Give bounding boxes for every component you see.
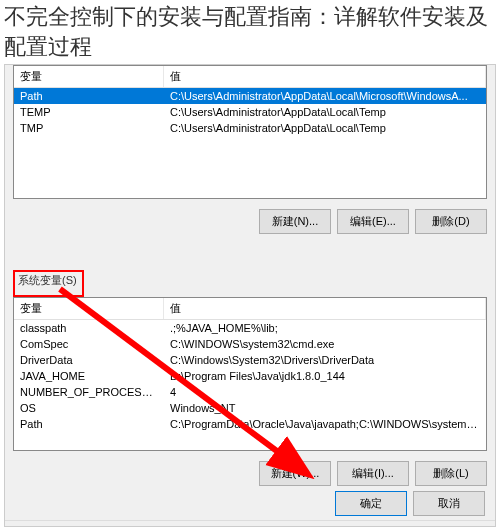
table-row[interactable]: OS Windows_NT [14,400,486,416]
sys-vars-button-row: 新建(W)... 编辑(I)... 删除(L) [13,451,487,486]
edit-user-var-button[interactable]: 编辑(E)... [337,209,409,234]
user-vars-header-row: 变量 值 [14,66,486,88]
cell-var-name: OS [14,400,164,416]
env-vars-dialog: 变量 值 Path C:\Users\Administrator\AppData… [4,64,496,527]
table-row[interactable]: ComSpec C:\WINDOWS\system32\cmd.exe [14,336,486,352]
edit-sys-var-button[interactable]: 编辑(I)... [337,461,409,486]
cell-var-name: Path [14,416,164,432]
table-row[interactable]: TMP C:\Users\Administrator\AppData\Local… [14,120,486,136]
sys-vars-header-row: 变量 值 [14,298,486,320]
sys-vars-table[interactable]: 变量 值 classpath .;%JAVA_HOME%\lib; ComSpe… [13,297,487,451]
column-header-value[interactable]: 值 [164,66,486,87]
cell-var-value: Windows_NT [164,400,486,416]
cell-var-value: C:\Windows\System32\Drivers\DriverData [164,352,486,368]
cell-var-value: C:\WINDOWS\system32\cmd.exe [164,336,486,352]
new-sys-var-button[interactable]: 新建(W)... [259,461,331,486]
cell-var-value: C:\Users\Administrator\AppData\Local\Tem… [164,104,486,120]
ok-button[interactable]: 确定 [335,491,407,516]
delete-sys-var-button[interactable]: 删除(L) [415,461,487,486]
cell-var-name: JAVA_HOME [14,368,164,384]
table-row[interactable]: classpath .;%JAVA_HOME%\lib; [14,320,486,336]
dialog-button-row: 确定 取消 [335,491,485,516]
annotation-highlight-box: 系统变量(S) [13,270,84,297]
new-user-var-button[interactable]: 新建(N)... [259,209,331,234]
column-header-name[interactable]: 变量 [14,298,164,319]
sys-vars-group-label: 系统变量(S) [14,272,81,289]
article-title: 不完全控制下的安装与配置指南：详解软件安装及配置过程 [0,0,500,63]
cell-var-name: NUMBER_OF_PROCESSORS [14,384,164,400]
sys-vars-panel: 系统变量(S) 变量 值 classpath .;%JAVA_HOME%\lib… [13,270,487,512]
cell-var-name: TMP [14,120,164,136]
user-vars-panel: 变量 值 Path C:\Users\Administrator\AppData… [13,65,487,265]
table-row[interactable]: Path C:\ProgramData\Oracle\Java\javapath… [14,416,486,432]
table-row[interactable]: DriverData C:\Windows\System32\Drivers\D… [14,352,486,368]
column-header-name[interactable]: 变量 [14,66,164,87]
cell-var-value: C:\Users\Administrator\AppData\Local\Mic… [164,88,486,104]
cell-var-value: C:\ProgramData\Oracle\Java\javapath;C:\W… [164,416,486,432]
table-row[interactable]: TEMP C:\Users\Administrator\AppData\Loca… [14,104,486,120]
table-row[interactable]: Path C:\Users\Administrator\AppData\Loca… [14,88,486,104]
cell-var-name: classpath [14,320,164,336]
cell-var-name: DriverData [14,352,164,368]
cancel-button[interactable]: 取消 [413,491,485,516]
cell-var-value: C:\Users\Administrator\AppData\Local\Tem… [164,120,486,136]
cell-var-value: .;%JAVA_HOME%\lib; [164,320,486,336]
column-header-value[interactable]: 值 [164,298,486,319]
cell-var-value: D:\Program Files\Java\jdk1.8.0_144 [164,368,486,384]
user-vars-button-row: 新建(N)... 编辑(E)... 删除(D) [13,199,487,234]
divider [5,520,495,521]
user-vars-table[interactable]: 变量 值 Path C:\Users\Administrator\AppData… [13,65,487,199]
cell-var-name: ComSpec [14,336,164,352]
cell-var-name: Path [14,88,164,104]
delete-user-var-button[interactable]: 删除(D) [415,209,487,234]
table-row[interactable]: JAVA_HOME D:\Program Files\Java\jdk1.8.0… [14,368,486,384]
cell-var-name: TEMP [14,104,164,120]
table-row[interactable]: NUMBER_OF_PROCESSORS 4 [14,384,486,400]
cell-var-value: 4 [164,384,486,400]
